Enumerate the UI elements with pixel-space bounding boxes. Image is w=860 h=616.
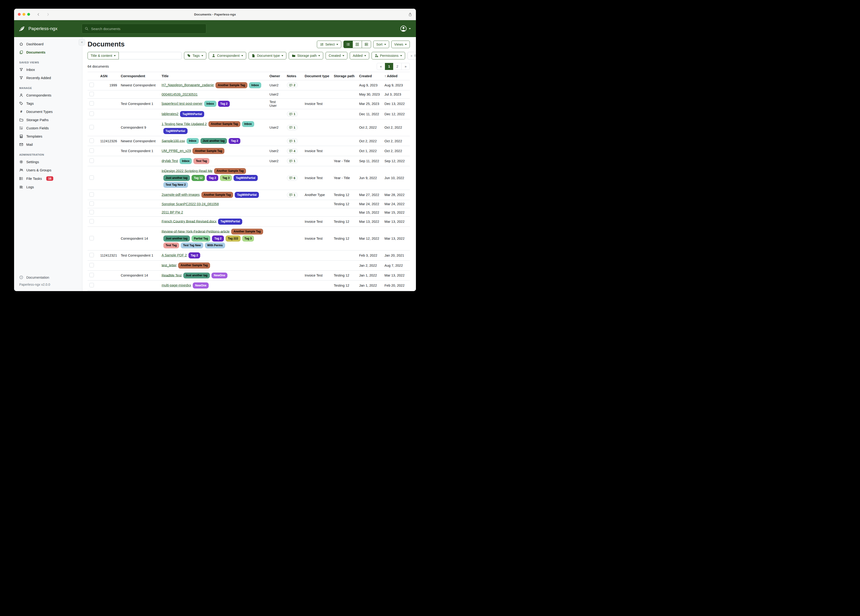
document-link[interactable]: H7_Napoleon_Bonaparte_zadanie <box>162 83 214 87</box>
storage-path-cell[interactable] <box>332 208 357 217</box>
tag-badge[interactable]: With Perms <box>205 242 225 248</box>
document-link[interactable]: 0004814539_20230531 <box>162 93 198 96</box>
tag-badge[interactable]: TagWithPartial <box>180 111 204 117</box>
sidebar-item-storage-paths[interactable]: Storage Paths <box>14 116 82 124</box>
reset-filters-button[interactable]: ×Reset filters <box>408 52 416 60</box>
correspondent-cell[interactable]: Correspondent 9 <box>119 119 160 136</box>
row-checkbox[interactable] <box>89 192 94 197</box>
sidebar-item-inbox[interactable]: Inbox <box>14 66 82 74</box>
correspondent-cell[interactable] <box>119 208 160 217</box>
tag-badge[interactable]: Just another tag <box>163 236 190 242</box>
storage-path-cell[interactable] <box>332 90 357 98</box>
document-link[interactable]: Sample100.csv <box>162 139 185 143</box>
document-type-cell[interactable] <box>303 200 332 208</box>
tag-badge[interactable]: Inbox <box>180 158 192 164</box>
filter-storage-path-button[interactable]: Storage path <box>289 52 323 60</box>
sort-button[interactable]: Sort <box>373 41 389 48</box>
document-link[interactable]: tablerates2 <box>162 112 179 116</box>
tag-badge[interactable]: Test Tag <box>193 158 209 164</box>
tag-badge[interactable]: Another Sample Tag <box>209 121 240 127</box>
storage-path-cell[interactable] <box>332 136 357 146</box>
document-link[interactable]: 1 Testing New Title Updated 2 <box>162 122 207 126</box>
zoom-window-button[interactable] <box>27 13 30 16</box>
tag-badge[interactable]: Tag 2 <box>212 236 224 242</box>
sidebar-item-dashboard[interactable]: Dashboard <box>14 40 82 48</box>
sidebar-item-templates[interactable]: Templates <box>14 132 82 140</box>
document-link[interactable]: InDesign 2022 Scripting Read Me <box>162 169 213 173</box>
filter-added-button[interactable]: Added <box>350 52 369 60</box>
tag-badge[interactable]: Inbox <box>249 82 261 88</box>
column-header-title[interactable]: Title <box>160 72 268 80</box>
row-checkbox[interactable] <box>89 138 94 143</box>
tag-badge[interactable]: Test Tag <box>163 242 179 248</box>
notes-badge[interactable]: 1 <box>287 192 298 198</box>
correspondent-cell[interactable]: Test Correspondent 1 <box>119 250 160 261</box>
document-type-cell[interactable] <box>303 109 332 119</box>
search-input[interactable] <box>91 27 203 31</box>
row-checkbox[interactable] <box>89 273 94 277</box>
tag-badge[interactable]: Tag 12 <box>191 175 205 181</box>
correspondent-cell[interactable] <box>119 190 160 200</box>
sidebar-item-documentation[interactable]: ? Documentation <box>14 273 82 281</box>
tag-badge[interactable]: NewOne <box>212 273 228 279</box>
correspondent-cell[interactable]: Test Correspondent 1 <box>119 146 160 156</box>
pagination-next-button[interactable]: » <box>401 63 410 70</box>
tag-badge[interactable]: Inbox <box>187 138 199 144</box>
correspondent-cell[interactable]: Newest Correspondent <box>119 80 160 90</box>
correspondent-cell[interactable]: Test Correspondent 1 <box>119 99 160 109</box>
notes-badge[interactable]: 1 <box>287 125 298 130</box>
column-header-correspondent[interactable]: Correspondent <box>119 72 160 80</box>
tag-badge[interactable]: TagWithPartial <box>234 175 258 181</box>
sidebar-item-documents[interactable]: Documents <box>14 48 82 57</box>
storage-path-cell[interactable] <box>332 80 357 90</box>
correspondent-cell[interactable] <box>119 217 160 226</box>
row-checkbox[interactable] <box>89 263 94 267</box>
views-button[interactable]: Views <box>391 41 410 48</box>
document-link[interactable]: drylab Test <box>162 159 178 163</box>
row-checkbox[interactable] <box>89 83 94 87</box>
sidebar-item-file-tasks[interactable]: File Tasks16 <box>14 174 82 183</box>
document-type-cell[interactable] <box>303 291 332 291</box>
notes-badge[interactable]: 6 <box>287 175 298 181</box>
column-header-document-type[interactable]: Document type <box>303 72 332 80</box>
correspondent-cell[interactable]: Newest Correspondent <box>119 136 160 146</box>
document-type-cell[interactable]: Invoice Test <box>303 99 332 109</box>
correspondent-cell[interactable] <box>119 291 160 291</box>
tag-badge[interactable]: Partial Tag <box>191 236 210 242</box>
document-type-cell[interactable] <box>303 136 332 146</box>
document-link[interactable]: 2sample-pdf-with-images <box>162 193 200 196</box>
row-checkbox[interactable] <box>89 201 94 206</box>
sidebar-item-document-types[interactable]: #Document Types <box>14 107 82 116</box>
document-type-cell[interactable]: Invoice Test <box>303 166 332 190</box>
tag-badge[interactable]: NewOne <box>193 283 209 289</box>
tag-badge[interactable]: Tag 2 <box>207 175 218 181</box>
sidebar-item-settings[interactable]: Settings <box>14 158 82 166</box>
tag-badge[interactable]: Tag 2 <box>229 138 240 144</box>
tag-badge[interactable]: Another Sample Tag <box>231 229 263 235</box>
row-checkbox[interactable] <box>89 253 94 257</box>
correspondent-cell[interactable] <box>119 281 160 291</box>
document-type-cell[interactable] <box>303 80 332 90</box>
filter-tags-button[interactable]: Tags <box>184 52 206 60</box>
close-window-button[interactable] <box>18 13 20 16</box>
notes-badge[interactable]: 1 <box>287 158 298 163</box>
row-checkbox[interactable] <box>89 159 94 163</box>
row-checkbox[interactable] <box>89 148 94 153</box>
document-type-cell[interactable] <box>303 156 332 166</box>
document-link[interactable]: French Country Bread Revised.docx <box>162 219 217 223</box>
tag-badge[interactable]: Inbox <box>204 101 217 107</box>
notes-badge[interactable]: 1 <box>287 111 298 117</box>
correspondent-cell[interactable] <box>119 166 160 190</box>
tag-badge[interactable]: Test Tag New <box>181 242 203 248</box>
row-checkbox[interactable] <box>89 175 94 180</box>
correspondent-cell[interactable] <box>119 260 160 270</box>
user-menu[interactable] <box>400 25 411 32</box>
select-button[interactable]: Select <box>317 41 341 48</box>
tag-badge[interactable]: Another Sample Tag <box>193 148 224 154</box>
tag-badge[interactable]: Just another tag <box>201 138 227 144</box>
storage-path-cell[interactable]: Testing 12 <box>332 226 357 250</box>
storage-path-cell[interactable]: Testing 12 <box>332 200 357 208</box>
share-icon[interactable] <box>408 13 412 16</box>
tag-badge[interactable]: TagWithPartial <box>235 192 259 198</box>
notes-badge[interactable]: 4 <box>287 148 298 154</box>
